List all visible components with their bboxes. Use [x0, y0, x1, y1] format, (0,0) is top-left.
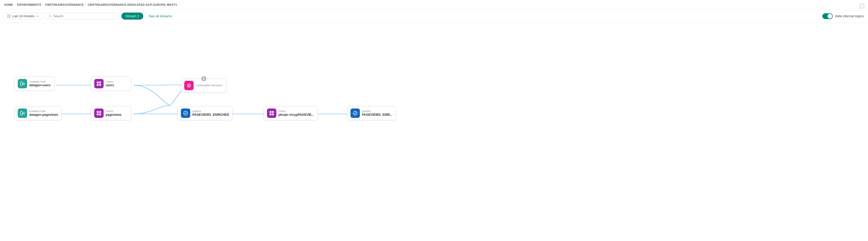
svg-rect-22: [270, 111, 271, 113]
breadcrumb-home[interactable]: HOME: [4, 3, 13, 6]
connector-users-icon: [18, 79, 27, 88]
topic-users-icon: [94, 79, 103, 88]
svg-rect-12: [99, 84, 101, 86]
connector-users-type: CONNECTOR: [29, 81, 51, 83]
svg-rect-11: [97, 84, 99, 86]
consumer-groups-icon: [184, 81, 194, 90]
breadcrumb-sep-3: ›: [85, 3, 86, 6]
query-pageviews-enri2-info: QUERY PAGEVIEWS_ENRI...: [362, 110, 393, 116]
canvas: CONNECTOR datagen-users TOPIC users 5: [0, 23, 868, 241]
breadcrumb-cmstreamgovernance[interactable]: CMSTREAMGOVERNANCE: [45, 3, 84, 6]
toolbar: Last 10 minutes Stream 1 See all streams…: [0, 9, 868, 23]
connections-svg: [0, 23, 868, 241]
query-pageviews-enriched-name: PAGEVIEWS_ENRICHED: [192, 113, 229, 116]
consumer-groups-type: CONSUMER GROUPS: [196, 84, 222, 87]
breadcrumb-dedicated[interactable]: CMSTREAMGOVERNANCE-DEDICATED-GCP-EUROPE-…: [88, 3, 177, 6]
svg-rect-17: [97, 111, 99, 113]
topic-users-info: TOPIC users: [106, 81, 114, 87]
stream-button[interactable]: Stream 1: [121, 12, 144, 20]
connector-users-name: datagen-users: [29, 83, 51, 87]
topic-pageviews-node[interactable]: TOPIC pageviews: [91, 106, 131, 120]
svg-marker-14: [188, 84, 190, 86]
svg-rect-15: [23, 113, 25, 114]
svg-rect-20: [99, 113, 101, 115]
topic-pksqlc-name: pksqlc-vvrypPAGEVIE...: [278, 113, 314, 116]
svg-rect-25: [272, 113, 274, 115]
topic-users-type: TOPIC: [106, 81, 114, 83]
time-selector[interactable]: Last 10 minutes: [4, 13, 42, 20]
topic-users-name: users: [106, 83, 114, 87]
query-pageviews-enri2-name: PAGEVIEWS_ENRI...: [362, 113, 393, 116]
query-pageviews-enriched-icon: [181, 108, 190, 118]
toggle-label: Hide internal topics: [835, 14, 864, 18]
breadcrumb-sep-4: ›: [179, 3, 179, 6]
svg-rect-9: [97, 82, 99, 83]
consumer-groups-info: CONSUMER GROUPS: [196, 84, 222, 87]
topic-pksqlc-type: TOPIC: [278, 110, 314, 113]
topic-pageviews-name: pageviews: [106, 113, 122, 116]
query-pageviews-enriched-node[interactable]: QUERY PAGEVIEWS_ENRICHED: [178, 106, 232, 120]
connector-pageviews-name: datagen-pageviews: [29, 113, 58, 116]
query-pageviews-enriched-type: QUERY: [192, 110, 229, 113]
see-all-streams-button[interactable]: See all streams: [146, 13, 174, 19]
svg-rect-7: [23, 83, 25, 84]
connector-users-info: CONNECTOR datagen-users: [29, 81, 51, 87]
consumer-groups-node[interactable]: 5 CONSUMER GROUPS: [181, 78, 226, 92]
topic-pksqlc-icon: [267, 108, 276, 118]
expand-button[interactable]: [859, 3, 865, 9]
topic-pksqlc-node[interactable]: TOPIC pksqlc-vvrypPAGEVIE...: [264, 106, 318, 120]
clock-icon: [7, 15, 11, 18]
connector-pageviews-info: CONNECTOR datagen-pageviews: [29, 110, 58, 116]
topic-pksqlc-info: TOPIC pksqlc-vvrypPAGEVIE...: [278, 110, 314, 116]
svg-rect-24: [270, 113, 271, 115]
svg-rect-23: [272, 111, 274, 113]
topic-users-node[interactable]: TOPIC users: [91, 77, 131, 91]
hide-internal-topics-toggle-container: Hide internal topics: [822, 13, 864, 19]
topic-pageviews-info: TOPIC pageviews: [106, 110, 122, 116]
hide-internal-topics-toggle[interactable]: [822, 13, 833, 19]
breadcrumb-sep-1: ›: [14, 3, 16, 6]
svg-rect-18: [99, 111, 101, 113]
chevron-down-icon: [36, 15, 39, 18]
query-pageviews-enri2-type: QUERY: [362, 110, 393, 113]
time-label: Last 10 minutes: [12, 15, 34, 18]
breadcrumb: HOME › ENVIRONMENTS › CMSTREAMGOVERNANCE…: [0, 0, 868, 9]
query-pageviews-enri2-icon: [350, 108, 360, 118]
connector-datagen-pageviews-node[interactable]: CONNECTOR datagen-pageviews: [14, 106, 62, 120]
topic-pageviews-icon: [94, 108, 103, 118]
connector-datagen-users-node[interactable]: CONNECTOR datagen-users: [14, 77, 55, 91]
connector-pageviews-icon: [18, 108, 27, 118]
search-box[interactable]: [45, 13, 118, 20]
connector-pageviews-type: CONNECTOR: [29, 110, 58, 113]
search-icon: [49, 15, 52, 18]
consumer-groups-badge: 5: [201, 76, 207, 81]
breadcrumb-environments[interactable]: ENVIRONMENTS: [17, 3, 41, 6]
query-pageviews-enriched-info: QUERY PAGEVIEWS_ENRICHED: [192, 110, 229, 116]
svg-rect-19: [97, 113, 99, 115]
query-pageviews-enri2-node[interactable]: QUERY PAGEVIEWS_ENRI...: [347, 106, 396, 120]
search-input[interactable]: [54, 15, 115, 18]
topic-pageviews-type: TOPIC: [106, 110, 122, 113]
svg-rect-10: [99, 82, 101, 83]
breadcrumb-sep-2: ›: [43, 3, 43, 6]
